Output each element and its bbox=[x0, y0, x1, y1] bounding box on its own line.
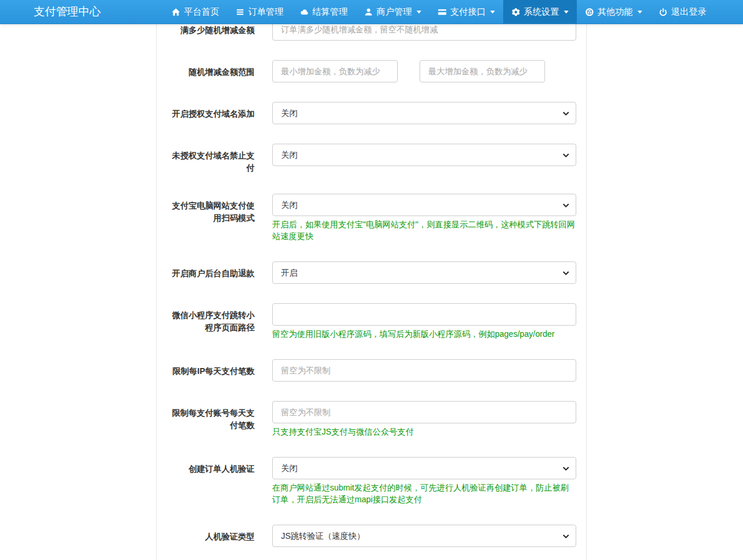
nav-item-label: 其他功能 bbox=[597, 6, 633, 18]
field-label: 未授权支付域名禁止支付 bbox=[157, 144, 272, 174]
account-daily-limit-input[interactable] bbox=[272, 401, 576, 423]
home-icon bbox=[171, 8, 180, 16]
nav-item-logout[interactable]: 退出登录 bbox=[650, 0, 715, 24]
form-field-row: 支付宝电脑网站支付使用扫码模式 关闭 开启后，如果使用支付宝"电脑网站支付"，则… bbox=[157, 194, 586, 242]
random-range-max-input[interactable] bbox=[420, 60, 545, 82]
alipay-pc-qrmode-select[interactable]: 关闭 bbox=[272, 194, 576, 216]
form-field-row: 随机增减金额范围 bbox=[157, 60, 586, 82]
chevron-down-icon bbox=[417, 11, 421, 14]
field-label: 微信小程序支付跳转小程序页面路径 bbox=[157, 303, 272, 340]
field-label: 创建订单人机验证 bbox=[157, 457, 272, 505]
chevron-down-icon bbox=[490, 11, 495, 14]
wxmini-page-path-input[interactable] bbox=[272, 303, 576, 326]
nav-item-label: 订单管理 bbox=[248, 6, 283, 18]
nav-menu: 平台首页 订单管理 结算管理 商户管理 支付接口 bbox=[163, 0, 715, 24]
field-label: 限制每IP每天支付笔数 bbox=[157, 359, 272, 382]
form-field-row: 开启商户后台自助退款 开启 bbox=[157, 261, 586, 284]
nav-item-system-settings[interactable]: 系统设置 bbox=[503, 0, 577, 24]
list-icon bbox=[236, 8, 245, 16]
nav-item-label: 商户管理 bbox=[377, 6, 412, 18]
form-field-row: 限制每支付账号每天支付笔数 只支持支付宝JS支付与微信公众号支付 bbox=[157, 401, 586, 438]
chevron-down-icon bbox=[638, 11, 642, 14]
user-icon bbox=[364, 8, 373, 16]
nav-item-other-functions[interactable]: 其他功能 bbox=[577, 0, 650, 24]
nav-item-label: 系统设置 bbox=[524, 6, 559, 18]
captcha-type-select[interactable]: JS跳转验证（速度快） bbox=[272, 525, 576, 547]
brand-title[interactable]: 支付管理中心 bbox=[0, 0, 101, 24]
nav-item-label: 平台首页 bbox=[184, 6, 219, 18]
random-range-min-input[interactable] bbox=[272, 60, 398, 82]
field-help-text: 留空为使用旧版小程序源码，填写后为新版小程序源码，例如pages/pay/ord… bbox=[272, 328, 576, 340]
field-help-text: 开启后，如果使用支付宝"电脑网站支付"，则直接显示二维码，这种模式下跳转回网站速… bbox=[272, 218, 576, 242]
unauth-domain-block-select[interactable]: 关闭 bbox=[272, 144, 576, 166]
settings-form-panel: 满多少随机增减金额 随机增减金额范围 开启授权支付域名添加 关闭 bbox=[156, 0, 587, 560]
field-label: 随机增减金额范围 bbox=[157, 60, 272, 82]
field-label: 开启商户后台自助退款 bbox=[157, 261, 272, 284]
form-field-row: 微信小程序支付跳转小程序页面路径 留空为使用旧版小程序源码，填写后为新版小程序源… bbox=[157, 303, 586, 340]
auth-domain-add-select[interactable]: 关闭 bbox=[272, 102, 576, 124]
field-label: 支付宝电脑网站支付使用扫码模式 bbox=[157, 194, 272, 242]
nav-item-settlement-management[interactable]: 结算管理 bbox=[292, 0, 356, 24]
field-help-text: 只支持支付宝JS支付与微信公众号支付 bbox=[272, 426, 576, 438]
cloud-icon bbox=[300, 8, 309, 16]
form-field-row: 未授权支付域名禁止支付 关闭 bbox=[157, 144, 586, 174]
field-help-text: 在商户网站通过submit发起支付的时候，可先进行人机验证再创建订单，防止被刷订… bbox=[272, 482, 576, 505]
nav-item-order-management[interactable]: 订单管理 bbox=[227, 0, 292, 24]
nav-item-payment-interface[interactable]: 支付接口 bbox=[430, 0, 503, 24]
nav-item-platform-home[interactable]: 平台首页 bbox=[163, 0, 227, 24]
form-field-row: 开启授权支付域名添加 关闭 bbox=[157, 102, 586, 124]
create-order-captcha-select[interactable]: 关闭 bbox=[272, 457, 576, 479]
power-icon bbox=[659, 8, 668, 16]
credit-card-icon bbox=[438, 8, 447, 16]
chevron-down-icon bbox=[564, 11, 569, 14]
nav-item-merchant-management[interactable]: 商户管理 bbox=[356, 0, 430, 24]
form-field-row: 人机验证类型 JS跳转验证（速度快） bbox=[157, 525, 586, 547]
form-field-row: 创建订单人机验证 关闭 在商户网站通过submit发起支付的时候，可先进行人机验… bbox=[157, 457, 586, 505]
top-navbar: 支付管理中心 平台首页 订单管理 结算管理 商户管理 bbox=[0, 0, 743, 24]
merchant-self-refund-select[interactable]: 开启 bbox=[272, 261, 576, 284]
nav-item-label: 支付接口 bbox=[450, 6, 486, 18]
nav-item-label: 结算管理 bbox=[312, 6, 348, 18]
form-field-row: 限制每IP每天支付笔数 bbox=[157, 359, 586, 382]
nav-item-label: 退出登录 bbox=[671, 6, 706, 18]
field-label: 限制每支付账号每天支付笔数 bbox=[157, 401, 272, 438]
gear-icon bbox=[511, 8, 520, 16]
ip-daily-limit-input[interactable] bbox=[272, 359, 576, 382]
field-label: 开启授权支付域名添加 bbox=[157, 102, 272, 124]
cube-icon bbox=[585, 8, 594, 16]
field-label: 人机验证类型 bbox=[157, 525, 272, 547]
